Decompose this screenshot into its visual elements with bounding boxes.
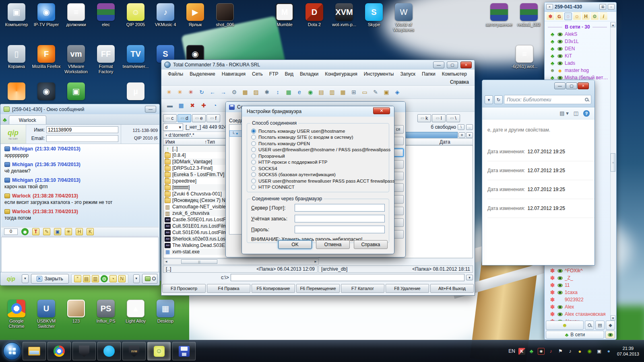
format-icon[interactable]: H [76, 228, 83, 235]
desktop-icon[interactable]: UUSBKVM Switcher [31, 300, 61, 329]
chat-tool-icon[interactable]: “ [74, 275, 81, 282]
contact-row[interactable]: KiT [545, 52, 609, 60]
toolbar-icon[interactable]: ◉ [305, 87, 316, 97]
toolbar-icon[interactable]: ▥ [327, 87, 337, 97]
email-field[interactable] [46, 135, 118, 142]
drive-combo[interactable]: d▾ [163, 123, 183, 131]
desktop-icon[interactable]: FMozilla Firefox [31, 45, 61, 74]
taskbar-app-button[interactable] [122, 342, 146, 360]
contact-row[interactable]: ^FOXik^ [545, 267, 609, 274]
maximize-icon[interactable]: ▢ [566, 82, 577, 89]
chat-tab-warlock[interactable]: Warlock [9, 115, 46, 124]
column-name[interactable]: Имя [163, 139, 204, 145]
name-field[interactable] [46, 126, 118, 133]
help-icon[interactable]: ? [583, 110, 590, 117]
desktop-icon[interactable]: TVteamviewer... [121, 45, 151, 74]
desktop-icon[interactable]: ≡-6(261).wot... [510, 45, 539, 69]
drive-button[interactable]: l [432, 114, 446, 122]
contact-list-toolbar-icon[interactable]: i [600, 12, 607, 20]
desktop-icon[interactable]: ▣ [61, 82, 91, 101]
library-item-row[interactable]: Дата изменения:12.07.2012 19:25 [487, 180, 594, 199]
tray-icon[interactable]: ▣ [596, 348, 603, 355]
dialog-titlebar[interactable]: Настройки брандмауэра [242, 106, 394, 117]
tray-icon[interactable]: ♣ [528, 348, 535, 355]
column-type[interactable]: Тип [207, 139, 215, 145]
taskbar-app-button[interactable] [147, 342, 171, 360]
toolbar-icon[interactable]: ▦ [176, 100, 186, 111]
desktop-icon[interactable]: ◉IP-TV Player [31, 3, 61, 27]
menu-item[interactable]: Навигация [219, 71, 249, 77]
contact-row[interactable]: Alex [545, 303, 609, 311]
minimize-icon[interactable]: — [433, 62, 444, 68]
chevron-down-icon[interactable]: ▾ [466, 132, 473, 138]
taskbar-app-button[interactable] [47, 342, 71, 360]
help-button[interactable]: Справка [354, 240, 388, 249]
toolbar-icon[interactable]: ▦ [338, 87, 348, 97]
desktop-icon[interactable]: redball_083 [514, 3, 544, 27]
maximize-icon[interactable]: ▢ [447, 62, 458, 68]
contact-row[interactable]: _Z_ [545, 274, 609, 282]
taskbar-app-button[interactable] [72, 342, 96, 360]
minimize-icon[interactable]: − [608, 4, 615, 10]
desktop-icon[interactable]: WWorld of Warplanes [389, 3, 419, 32]
format-icon[interactable]: K [87, 228, 94, 235]
toolbar-icon[interactable]: → [218, 87, 229, 97]
tray-icon[interactable]: ◉ [586, 348, 593, 355]
menu-item[interactable]: Файлы [165, 71, 186, 77]
function-key-button[interactable]: F3 Просмотр [162, 284, 206, 293]
taskbar-app-button[interactable] [23, 342, 46, 360]
minimize-icon[interactable]: — [145, 106, 156, 113]
minimize-icon[interactable]: — [554, 82, 566, 89]
drive-button[interactable]: k [417, 114, 431, 122]
desktop-icon[interactable]: ▶Ярлык [180, 3, 210, 27]
toolbar-icon[interactable]: ◈ [392, 87, 402, 97]
scroll-up-icon[interactable]: ▲ [611, 22, 615, 27]
start-button[interactable] [3, 342, 21, 360]
desktop-icon[interactable]: elec [91, 3, 121, 27]
radio-icon[interactable] [251, 179, 256, 183]
radio-option[interactable]: HTTP CONNECT [251, 184, 387, 191]
menu-item[interactable]: Компьютер [439, 71, 470, 77]
message-history[interactable]: Michigan (21:33:40 7/04/2013) арррррррр … [1, 144, 159, 226]
scrollbar-thumb[interactable]: ≡ [611, 153, 615, 172]
refresh-icon[interactable]: ↻ [494, 95, 503, 104]
toolbar-icon[interactable]: ✱ [262, 87, 272, 97]
search-contact-button[interactable] [585, 321, 594, 330]
notes-button[interactable]: ▤ [595, 321, 605, 330]
address-dropdown-icon[interactable]: ▾ [485, 95, 493, 104]
drive-button[interactable]: e [192, 114, 206, 122]
horizontal-scrollbar[interactable]: ◄ ||| ► [163, 259, 319, 265]
format-icon[interactable]: ✳ [65, 228, 72, 235]
cancel-button[interactable]: Отмена [316, 240, 350, 249]
contact-row[interactable]: master hog [545, 67, 609, 74]
desktop-icon[interactable]: автотушение [484, 3, 514, 27]
preview-pane-icon[interactable]: ◫ [574, 110, 578, 116]
field-input[interactable] [295, 215, 385, 222]
library-item-row[interactable]: Дата изменения:12.07.2012 19:25 [487, 161, 594, 180]
chat-tool-icon[interactable]: ▥ [92, 275, 99, 282]
format-icon[interactable]: T [32, 228, 39, 235]
tray-icon[interactable]: ● [605, 348, 612, 355]
radio-option[interactable]: SOCKS4 [251, 165, 387, 172]
contact-list-toolbar-icon[interactable]: G [555, 12, 563, 20]
chevron-down-icon[interactable]: ▾ [466, 275, 473, 280]
menu-item[interactable]: Папки [419, 71, 439, 77]
toolbar-icon[interactable]: ✖ [187, 100, 198, 111]
chat-tool-icon[interactable]: ⚙ [101, 275, 108, 282]
field-input[interactable] [295, 204, 385, 212]
function-key-button[interactable]: F6 Перемещение [296, 284, 340, 293]
contact-list-scrollbar[interactable]: ▲ ≡ ▼ [610, 22, 615, 321]
desktop-icon[interactable]: PSInflux_PS [91, 300, 121, 329]
contact-row[interactable]: Lads [545, 60, 609, 67]
taskbar-app-button[interactable] [172, 342, 196, 360]
radio-icon[interactable] [251, 135, 256, 140]
tray-icon[interactable]: ◉ [538, 348, 545, 355]
desktop-icon[interactable]: ▣Компьютер [2, 3, 31, 27]
close-icon[interactable]: × [578, 82, 589, 89]
qip-account-button[interactable]: ☻ [546, 321, 584, 330]
toolbar-icon[interactable]: ▦ [283, 87, 294, 97]
format-icon[interactable]: ▣ [54, 228, 61, 235]
toolbar-icon[interactable]: ▤ [316, 87, 326, 97]
menu-item[interactable]: Вид [281, 71, 297, 77]
library-item-row[interactable]: Дата изменения:12.07.2012 19:25 [487, 199, 594, 218]
